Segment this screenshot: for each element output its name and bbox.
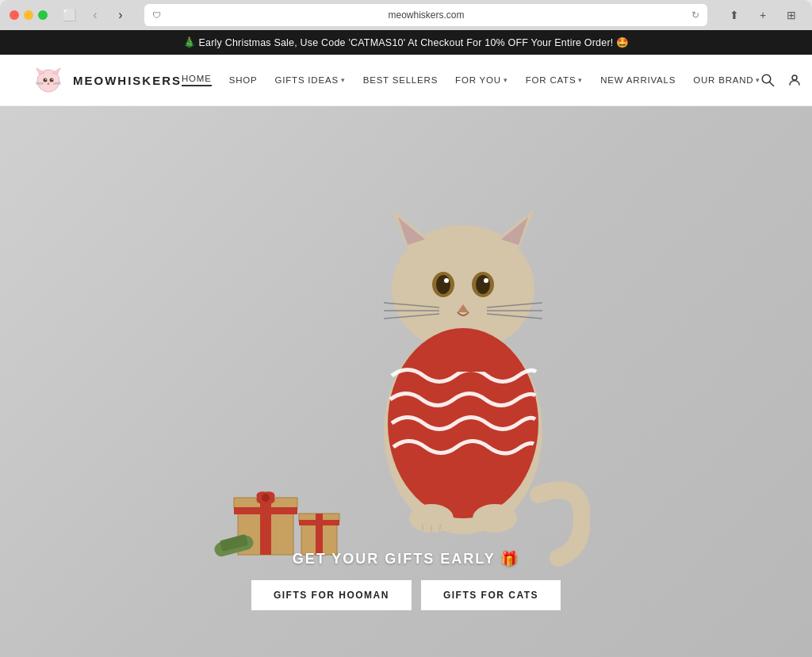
maximize-button[interactable] xyxy=(38,10,48,20)
svg-point-30 xyxy=(444,278,449,283)
grid-icon[interactable]: ⊞ xyxy=(780,4,802,26)
chevron-down-icon: ▾ xyxy=(504,76,508,84)
svg-line-15 xyxy=(770,82,774,86)
nav-item-new-arrivals[interactable]: NEW ARRIVALS xyxy=(600,75,676,85)
url-text: meowhiskers.com xyxy=(166,10,687,21)
browser-controls: ⬜ xyxy=(60,6,78,24)
traffic-lights xyxy=(10,10,48,20)
minimize-button[interactable] xyxy=(24,10,33,20)
nav-item-best-sellers[interactable]: BEST SELLERS xyxy=(363,75,438,85)
svg-point-50 xyxy=(262,494,270,502)
nav-item-our-brand[interactable]: OUR BRAND ▾ xyxy=(693,75,760,85)
nav-item-gifts-ideas[interactable]: GIFTS IDEAS ▾ xyxy=(275,75,346,85)
back-arrow-icon[interactable]: ‹ xyxy=(84,4,106,26)
svg-point-16 xyxy=(792,75,797,80)
share-icon[interactable]: ⬆ xyxy=(723,4,745,26)
svg-point-8 xyxy=(52,78,53,80)
close-button[interactable] xyxy=(10,10,19,20)
announcement-text: 🎄 Early Christmas Sale, Use Code 'CATMAS… xyxy=(183,37,630,48)
forward-arrow-icon[interactable]: › xyxy=(109,4,132,26)
hero-content: GET YOUR GIFTS EARLY 🎁 GIFTS FOR HOOMAN … xyxy=(251,550,561,610)
chevron-down-icon: ▾ xyxy=(578,76,583,84)
gifts-for-cats-button[interactable]: GIFTS FOR CATS xyxy=(421,580,561,610)
tab-switcher-icon[interactable]: ⬜ xyxy=(60,6,78,24)
website-content: 🎄 Early Christmas Sale, Use Code 'CATMAS… xyxy=(0,30,812,657)
svg-point-7 xyxy=(45,78,47,80)
header-icons xyxy=(760,73,812,87)
account-icon[interactable] xyxy=(787,73,802,87)
hero-headline: GET YOUR GIFTS EARLY 🎁 xyxy=(251,550,561,567)
svg-point-29 xyxy=(476,275,490,294)
shield-icon: 🛡 xyxy=(152,10,161,20)
search-icon[interactable] xyxy=(760,73,775,87)
main-nav: HOME SHOP GIFTS IDEAS ▾ BEST SELLERS FOR… xyxy=(182,74,760,86)
svg-point-31 xyxy=(484,278,488,283)
svg-point-28 xyxy=(436,275,450,294)
logo[interactable]: MEOWHISKERS xyxy=(32,63,182,97)
browser-window: ⬜ ‹ › 🛡 meowhiskers.com ↻ ⬆ + ⊞ 🎄 Early … xyxy=(0,0,812,657)
logo-icon xyxy=(32,63,65,97)
gifts-for-hooman-button[interactable]: GIFTS FOR HOOMAN xyxy=(251,580,412,610)
browser-action-buttons: ⬆ + ⊞ xyxy=(723,4,802,26)
svg-rect-25 xyxy=(427,340,499,372)
chevron-down-icon: ▾ xyxy=(341,76,346,84)
nav-item-for-you[interactable]: FOR YOU ▾ xyxy=(455,75,508,85)
svg-point-5 xyxy=(44,78,48,82)
svg-point-40 xyxy=(473,504,517,533)
nav-item-for-cats[interactable]: FOR CATS ▾ xyxy=(526,75,584,85)
refresh-icon[interactable]: ↻ xyxy=(691,10,699,21)
svg-rect-46 xyxy=(260,498,271,555)
svg-rect-53 xyxy=(316,514,323,555)
browser-nav: ‹ › xyxy=(84,4,132,26)
hero-buttons: GIFTS FOR HOOMAN GIFTS FOR CATS xyxy=(251,580,561,610)
cat-illustration xyxy=(336,130,590,590)
site-header: MEOWHISKERS HOME SHOP GIFTS IDEAS ▾ BES xyxy=(0,55,812,106)
svg-rect-47 xyxy=(234,507,297,514)
new-tab-icon[interactable]: + xyxy=(752,4,774,26)
hero-section: GET YOUR GIFTS EARLY 🎁 GIFTS FOR HOOMAN … xyxy=(0,106,812,657)
browser-titlebar: ⬜ ‹ › 🛡 meowhiskers.com ↻ ⬆ + ⊞ xyxy=(0,0,812,30)
logo-text: MEOWHISKERS xyxy=(73,74,182,87)
svg-point-6 xyxy=(50,78,54,82)
address-bar[interactable]: 🛡 meowhiskers.com ↻ xyxy=(144,4,707,26)
svg-rect-54 xyxy=(299,520,339,525)
svg-point-9 xyxy=(48,82,50,84)
nav-item-shop[interactable]: SHOP xyxy=(229,75,258,85)
announcement-bar: 🎄 Early Christmas Sale, Use Code 'CATMAS… xyxy=(0,30,812,55)
nav-item-home[interactable]: HOME xyxy=(182,74,212,86)
